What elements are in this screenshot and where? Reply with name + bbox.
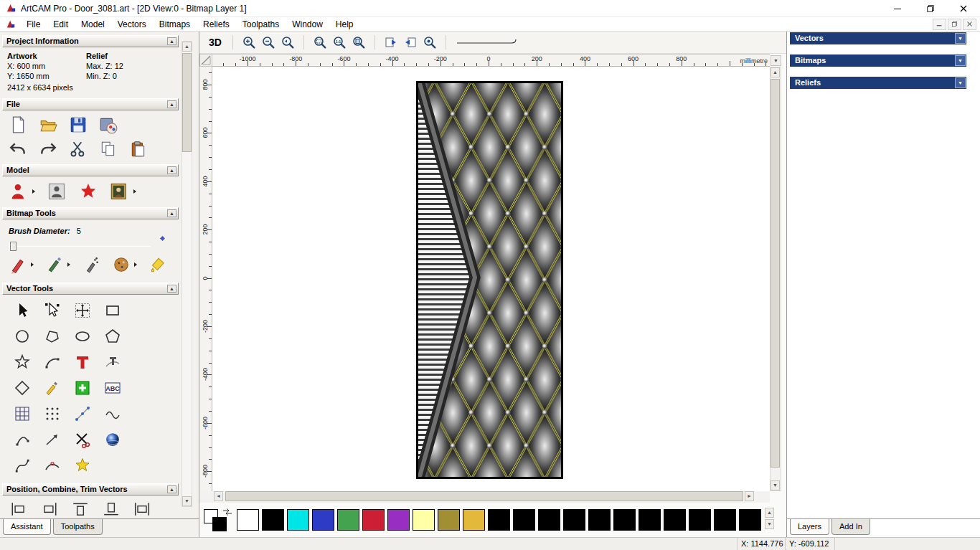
minimize-button[interactable] — [881, 0, 914, 16]
tool-button[interactable]: ABC — [98, 375, 128, 401]
ruler-corner[interactable] — [199, 54, 212, 67]
spray-tool-icon[interactable] — [82, 255, 100, 274]
tool-button[interactable] — [37, 452, 67, 478]
mdi-minimize-button[interactable] — [933, 19, 946, 30]
collapse-section-button[interactable]: ▲ — [167, 485, 176, 493]
tool-button[interactable] — [37, 401, 67, 427]
redo-icon[interactable] — [39, 140, 57, 158]
ruler-units-dropdown[interactable]: ▼ — [771, 55, 781, 66]
align-bottom-icon[interactable] — [103, 501, 120, 517]
scroll-down-button[interactable]: ▼ — [182, 496, 192, 506]
open-model-icon[interactable] — [39, 115, 57, 134]
tab-add-in[interactable]: Add In — [831, 519, 870, 535]
save-model-icon[interactable] — [69, 115, 88, 134]
slider-handle[interactable] — [10, 242, 17, 251]
secondary-color-swatch[interactable] — [212, 517, 227, 531]
palette-swatch-12[interactable] — [538, 509, 560, 531]
flyout-arrow-icon[interactable] — [133, 189, 136, 194]
bitmaps-section-header[interactable]: Bitmaps ▼ — [790, 54, 966, 67]
tool-button[interactable] — [37, 427, 67, 452]
new-model-icon[interactable] — [9, 115, 27, 134]
palette-swatch-6[interactable] — [387, 509, 410, 531]
zoom-out-icon[interactable] — [261, 35, 275, 49]
paint-brush-icon[interactable] — [9, 255, 27, 274]
flyout-arrow-icon[interactable] — [32, 189, 35, 194]
relief-stamp-icon[interactable] — [78, 181, 98, 201]
tool-button[interactable] — [98, 323, 128, 349]
collapse-section-button[interactable]: ▲ — [167, 100, 176, 108]
center-horizontal-icon[interactable] — [133, 501, 151, 517]
menu-toolpaths[interactable]: Toolpaths — [236, 18, 286, 31]
palette-swatch-14[interactable] — [588, 509, 611, 531]
palette-swatch-11[interactable] — [513, 509, 535, 531]
menu-bitmaps[interactable]: Bitmaps — [153, 18, 197, 31]
palette-swatch-15[interactable] — [613, 509, 636, 531]
palette-swatch-8[interactable] — [438, 509, 460, 531]
tool-button[interactable] — [7, 427, 37, 452]
bitmap-painting-icon[interactable] — [110, 181, 130, 201]
tool-button[interactable] — [7, 452, 37, 478]
tool-button[interactable] — [67, 349, 98, 375]
toggle-3d-view-button[interactable]: 3D — [207, 36, 224, 49]
canvas-vertical-scrollbar[interactable]: ▲ ▼ — [770, 67, 781, 491]
tool-button[interactable] — [7, 375, 37, 401]
swap-colors-icon[interactable] — [222, 508, 232, 516]
align-left-icon[interactable] — [10, 501, 27, 517]
tool-button[interactable] — [37, 349, 67, 375]
drawing-canvas[interactable] — [212, 67, 770, 491]
canvas-horizontal-scrollbar[interactable]: ◄ ► — [199, 491, 770, 503]
tool-button[interactable] — [37, 298, 67, 323]
pan-view-icon[interactable] — [423, 35, 437, 49]
previous-view-icon[interactable] — [384, 35, 398, 49]
menu-reliefs[interactable]: Reliefs — [197, 18, 236, 31]
tab-assistant[interactable]: Assistant — [3, 519, 51, 535]
scrollbar-thumb[interactable] — [225, 491, 743, 501]
flood-fill-icon[interactable] — [149, 255, 167, 274]
section-header-file[interactable]: File ▲ — [2, 98, 179, 110]
zoom-previous-icon[interactable] — [281, 35, 295, 49]
palette-swatch-5[interactable] — [362, 509, 385, 531]
palette-swatch-4[interactable] — [337, 509, 359, 531]
chevron-down-icon[interactable]: ▼ — [955, 33, 966, 44]
tool-button[interactable] — [37, 375, 67, 401]
collapse-section-button[interactable]: ▲ — [167, 37, 176, 45]
palette-swatch-2[interactable] — [287, 509, 309, 531]
palette-swatch-0[interactable] — [237, 509, 259, 531]
collapse-section-button[interactable]: ▲ — [167, 166, 176, 174]
chevron-down-icon[interactable]: ▼ — [955, 77, 966, 88]
flyout-arrow-icon[interactable] — [31, 262, 34, 267]
menu-edit[interactable]: Edit — [47, 18, 75, 31]
palette-swatch-1[interactable] — [262, 509, 284, 531]
zoom-window-icon[interactable] — [313, 35, 327, 49]
scrollbar-thumb[interactable] — [182, 53, 192, 152]
tool-button[interactable] — [67, 401, 98, 427]
collapse-section-button[interactable]: ▲ — [167, 209, 176, 217]
zoom-extents-icon[interactable] — [352, 35, 366, 49]
tool-button[interactable] — [67, 298, 98, 323]
restore-button[interactable] — [914, 0, 947, 16]
menu-model[interactable]: Model — [75, 18, 111, 31]
palette-swatch-19[interactable] — [714, 509, 736, 531]
scrollbar-thumb[interactable] — [771, 79, 780, 468]
tool-button[interactable] — [67, 323, 98, 349]
paste-icon[interactable] — [129, 140, 148, 158]
tab-toolpaths[interactable]: Toolpaths — [53, 519, 103, 535]
collapse-section-button[interactable]: ▲ — [167, 285, 176, 293]
palette-swatch-18[interactable] — [689, 509, 711, 531]
scroll-right-button[interactable]: ► — [745, 491, 754, 501]
section-header-project-information[interactable]: Project Information ▲ — [2, 35, 179, 47]
draw-tool-icon[interactable] — [45, 255, 64, 274]
tool-button[interactable] — [7, 349, 37, 375]
undo-icon[interactable] — [9, 140, 27, 158]
cut-icon[interactable] — [69, 140, 88, 158]
texture-cookie-icon[interactable] — [112, 255, 131, 274]
slider-track[interactable] — [9, 246, 151, 247]
chevron-down-icon[interactable]: ▼ — [955, 55, 966, 66]
palette-swatch-20[interactable] — [739, 509, 761, 531]
model-figure-icon[interactable] — [9, 181, 29, 201]
reliefs-section-header[interactable]: Reliefs ▼ — [790, 77, 966, 89]
palette-swatch-16[interactable] — [639, 509, 661, 531]
flyout-arrow-icon[interactable] — [67, 262, 70, 267]
palette-swatch-7[interactable] — [413, 509, 435, 531]
section-header-model[interactable]: Model ▲ — [2, 164, 179, 176]
